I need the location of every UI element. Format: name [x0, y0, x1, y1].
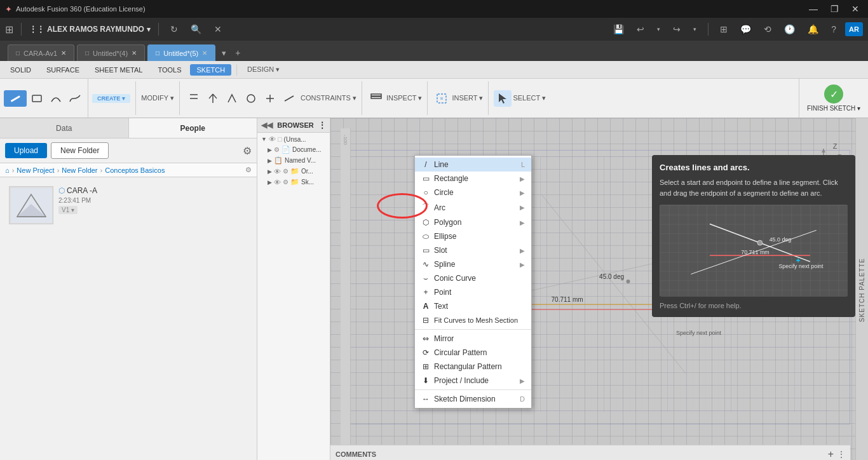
- browser-menu-icon[interactable]: ⋮: [318, 121, 326, 130]
- menu-item-slot[interactable]: ▭ Slot ▶: [415, 243, 531, 257]
- browser-item-unsaved[interactable]: ▼ 👁 □ (Unsa...: [259, 134, 329, 144]
- panel-tab-data[interactable]: Data: [0, 118, 129, 138]
- constraint-btn-2[interactable]: [204, 90, 222, 107]
- mode-solid[interactable]: SOLID: [4, 64, 37, 76]
- browser-expand-icon-5[interactable]: ▶: [268, 179, 272, 186]
- browser-expand-icon-3[interactable]: ▶: [268, 158, 272, 164]
- browser-expand-icon-1[interactable]: ▼: [261, 136, 267, 142]
- breadcrumb-settings-icon[interactable]: ⚙: [245, 166, 252, 174]
- modify-dropdown[interactable]: MODIFY ▾: [141, 94, 174, 102]
- menu-item-point[interactable]: + Point: [415, 285, 531, 299]
- undo-button[interactable]: ↩: [633, 22, 648, 37]
- tab-close-4[interactable]: ✕: [132, 50, 137, 57]
- menu-item-rectangular-pattern[interactable]: ⊞ Rectangular Pattern: [415, 360, 531, 374]
- browser-item-sketch[interactable]: ▶ 👁 ⚙ 📁 Sk...: [259, 177, 329, 187]
- apps-button[interactable]: ⊞: [716, 22, 731, 37]
- constraint-btn-1[interactable]: [185, 90, 203, 107]
- list-item[interactable]: ⬡ CARA -A 2:23:41 PM V1 ▾: [5, 182, 252, 228]
- browser-visibility-4[interactable]: 👁: [274, 168, 281, 175]
- inspect-dropdown[interactable]: INSPECT ▾: [386, 94, 423, 102]
- finish-sketch-button[interactable]: ✓ FINISH SKETCH ▾: [799, 79, 868, 118]
- tab-cara-av1[interactable]: □ CARA-Av1 ✕: [8, 44, 74, 61]
- notification-button[interactable]: 🔔: [804, 22, 822, 37]
- constraint-btn-5[interactable]: [261, 90, 279, 107]
- model-button[interactable]: ⟲: [760, 22, 775, 37]
- inspect-btn[interactable]: [367, 90, 385, 107]
- breadcrumb-home[interactable]: ⌂: [5, 166, 10, 174]
- canvas-area[interactable]: 45.0 deg 70.711 mm Specify next point Z …: [330, 118, 868, 460]
- browser-settings-2[interactable]: ⚙: [274, 146, 280, 153]
- constraint-btn-4[interactable]: [242, 90, 260, 107]
- close-panel-button[interactable]: ✕: [210, 22, 226, 37]
- menu-item-arc[interactable]: ⌒ Arc ▶: [415, 200, 531, 215]
- constraint-btn-6[interactable]: [280, 90, 298, 107]
- new-tab-button[interactable]: +: [231, 48, 244, 58]
- panel-tab-people[interactable]: People: [129, 118, 257, 138]
- new-folder-button[interactable]: New Folder: [51, 142, 109, 159]
- search-button[interactable]: 🔍: [187, 22, 205, 37]
- browser-visibility-5[interactable]: 👁: [274, 179, 281, 186]
- constraints-dropdown[interactable]: CONSTRAINTS ▾: [301, 94, 356, 102]
- insert-dropdown[interactable]: INSERT ▾: [452, 94, 483, 102]
- create-spline-btn[interactable]: [66, 90, 84, 107]
- menu-item-circular-pattern[interactable]: ⟳ Circular Pattern: [415, 346, 531, 360]
- create-rect-btn[interactable]: [28, 90, 46, 107]
- design-dropdown[interactable]: DESIGN ▾: [242, 64, 285, 75]
- redo-button[interactable]: ↪: [669, 22, 684, 37]
- save-button[interactable]: 💾: [609, 22, 628, 37]
- menu-item-spline[interactable]: ∿ Spline ▶: [415, 257, 531, 271]
- mode-tools[interactable]: TOOLS: [151, 64, 187, 76]
- browser-item-origin[interactable]: ▶ 👁 ⚙ 📁 Or...: [259, 166, 329, 177]
- username-dropdown-icon[interactable]: ▾: [147, 25, 151, 34]
- menu-item-sketch-dimension[interactable]: ↔ Sketch Dimension D: [415, 392, 531, 406]
- browser-visibility-1[interactable]: 👁: [269, 135, 276, 143]
- mode-sketch[interactable]: SKETCH: [190, 64, 231, 76]
- upload-button[interactable]: Upload: [5, 143, 47, 158]
- create-arc-btn[interactable]: [47, 90, 65, 107]
- create-dropdown-button[interactable]: CREATE ▾: [92, 94, 130, 103]
- menu-item-project-include[interactable]: ⬇ Project / Include ▶: [415, 374, 531, 388]
- breadcrumb-project[interactable]: New Project: [17, 166, 54, 174]
- menu-item-rectangle[interactable]: ▭ Rectangle ▶: [415, 172, 531, 186]
- sketch-mode-btn[interactable]: [4, 90, 27, 107]
- menu-item-ellipse[interactable]: ⬭ Ellipse: [415, 229, 531, 243]
- comment-button[interactable]: 💬: [736, 22, 755, 37]
- tab-close-5[interactable]: ✕: [202, 50, 207, 57]
- select-btn[interactable]: [494, 90, 512, 107]
- avatar-button[interactable]: AR: [845, 22, 863, 36]
- menu-item-line[interactable]: / Line L: [415, 158, 531, 172]
- constraint-btn-3[interactable]: [223, 90, 241, 107]
- browser-expand-icon-2[interactable]: ▶: [268, 147, 272, 153]
- comments-add-icon[interactable]: +: [828, 449, 834, 460]
- menu-item-polygon[interactable]: ⬡ Polygon ▶: [415, 215, 531, 229]
- browser-expand-icon-4[interactable]: ▶: [268, 168, 272, 175]
- menu-item-text[interactable]: A Text: [415, 299, 531, 313]
- tab-untitled-4[interactable]: □ Untitled*(4) ✕: [77, 44, 145, 61]
- tab-overflow-button[interactable]: ▾: [218, 48, 230, 58]
- browser-item-document[interactable]: ▶ ⚙ 📄 Docume...: [259, 144, 329, 155]
- mode-surface[interactable]: SURFACE: [40, 64, 86, 76]
- browser-item-named[interactable]: ▶ 📋 Named V...: [259, 155, 329, 166]
- close-button[interactable]: ✕: [848, 3, 863, 15]
- app-grid-icon[interactable]: ⊞: [5, 24, 13, 36]
- browser-settings-4[interactable]: ⚙: [283, 168, 288, 175]
- mode-sheet-metal[interactable]: SHEET METAL: [88, 64, 149, 76]
- maximize-button[interactable]: ❐: [827, 3, 843, 15]
- comments-expand-icon[interactable]: ⋮: [837, 450, 845, 459]
- tab-close-cara[interactable]: ✕: [61, 50, 66, 57]
- select-dropdown[interactable]: SELECT ▾: [513, 94, 546, 102]
- panel-settings-icon[interactable]: ⚙: [243, 145, 252, 157]
- menu-item-conic-curve[interactable]: ⌣ Conic Curve: [415, 271, 531, 285]
- browser-settings-5[interactable]: ⚙: [283, 179, 288, 186]
- help-button[interactable]: ?: [827, 22, 840, 37]
- breadcrumb-conceptos[interactable]: Conceptos Basicos: [105, 166, 165, 174]
- redo-dropdown[interactable]: ▾: [689, 24, 700, 35]
- insert-btn[interactable]: [433, 90, 451, 107]
- tab-untitled-5[interactable]: □ Untitled*(5) ✕: [147, 44, 215, 61]
- menu-item-fit-curves[interactable]: ⊟ Fit Curves to Mesh Section: [415, 313, 531, 327]
- menu-item-circle[interactable]: ○ Circle ▶: [415, 186, 531, 200]
- minimize-button[interactable]: —: [805, 3, 822, 15]
- breadcrumb-folder[interactable]: New Folder: [62, 166, 97, 174]
- browser-collapse-icon[interactable]: ◀◀: [261, 121, 273, 130]
- clock-button[interactable]: 🕐: [780, 22, 799, 37]
